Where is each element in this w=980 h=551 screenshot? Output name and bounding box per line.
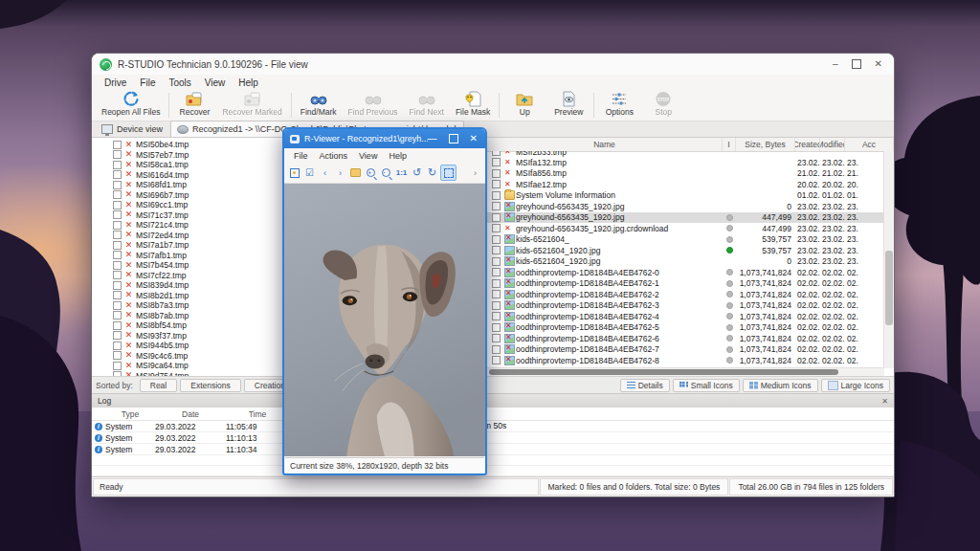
table-row[interactable]: kids-6521604_1920.jpg 0 23.02... 23.02..…	[487, 256, 884, 268]
sort-tab-real[interactable]: Real	[140, 379, 177, 392]
viewer-minimize-icon[interactable]: —	[428, 134, 437, 143]
sort-tab-extensions[interactable]: Extensions	[180, 379, 241, 392]
viewer-menu-file[interactable]: File	[288, 151, 314, 161]
checkbox[interactable]	[113, 231, 122, 239]
viewer-mark-button[interactable]: ☑	[302, 165, 317, 180]
checkbox[interactable]	[492, 151, 501, 156]
tab-device-view[interactable]: Device view	[96, 121, 170, 137]
viewer-fit-to-window-button[interactable]	[440, 165, 457, 181]
column-modified[interactable]: Modified	[820, 138, 845, 151]
checkbox[interactable]	[113, 251, 122, 259]
table-row[interactable]: greyhound-6563435_1920.jpg 0 23.02... 23…	[487, 201, 884, 212]
table-row[interactable]: MSIfa132.tmp 23.02... 23.02... 23.	[487, 157, 884, 168]
log-row[interactable]: i System 29.03.2022 11:10:34 File enumer…	[92, 444, 894, 455]
checkbox[interactable]	[492, 323, 501, 332]
checkbox[interactable]	[492, 345, 501, 354]
viewer-next-file-button[interactable]: ›	[333, 165, 347, 180]
checkbox[interactable]	[113, 321, 122, 330]
viewer-menu-help[interactable]: Help	[383, 151, 412, 161]
scrollbar-thumb[interactable]	[489, 369, 838, 375]
small-icons-view-button[interactable]: Small Icons	[673, 379, 740, 392]
checkbox[interactable]	[113, 210, 122, 219]
stop-button[interactable]: STOP Stop	[641, 90, 685, 121]
checkbox[interactable]	[113, 271, 122, 279]
checkbox[interactable]	[113, 170, 122, 179]
column-created[interactable]: Created	[795, 138, 820, 151]
details-view-button[interactable]: Details	[620, 379, 670, 392]
column-size[interactable]: Size, Bytes	[736, 138, 795, 151]
viewer-maximize-icon[interactable]	[449, 134, 458, 143]
checkbox[interactable]	[492, 312, 501, 320]
checkbox[interactable]	[113, 190, 122, 199]
checkbox[interactable]	[113, 301, 122, 310]
table-row[interactable]: oodthinprovtemp-1D8184BA4EB4762-1 1,073,…	[487, 278, 884, 290]
viewer-actual-size-button[interactable]: 1:1	[394, 165, 409, 180]
find-next-button[interactable]: Find Next	[404, 90, 450, 121]
title-bar[interactable]: R-STUDIO Technician 9.0.190296 - File vi…	[92, 54, 894, 75]
checkbox[interactable]	[492, 356, 501, 364]
viewer-rotate-left-button[interactable]: ↺	[410, 165, 424, 180]
checkbox[interactable]	[113, 261, 122, 270]
checkbox[interactable]	[113, 221, 122, 230]
table-row[interactable]: oodthinprovtemp-1D8184BA4EB4762-3 1,073,…	[487, 300, 884, 312]
checkbox[interactable]	[113, 150, 122, 159]
menu-drive[interactable]: Drive	[98, 77, 133, 89]
log-column-date[interactable]: Date	[155, 409, 226, 419]
checkbox[interactable]	[113, 291, 122, 299]
log-column-type[interactable]: Type	[105, 409, 155, 419]
reopen-all-files-button[interactable]: Reopen All Files	[96, 90, 166, 121]
checkbox[interactable]	[113, 362, 122, 370]
menu-file[interactable]: File	[133, 77, 162, 89]
checkbox[interactable]	[113, 201, 122, 209]
checkbox[interactable]	[492, 158, 501, 166]
horizontal-scrollbar[interactable]	[487, 367, 884, 376]
file-mask-button[interactable]: File Mask	[450, 90, 496, 121]
checkbox[interactable]	[492, 180, 501, 188]
menu-help[interactable]: Help	[232, 77, 265, 89]
viewer-file-mask-button[interactable]	[348, 165, 363, 180]
checkbox[interactable]	[492, 290, 501, 298]
maximize-icon[interactable]	[852, 59, 861, 69]
checkbox[interactable]	[113, 161, 122, 169]
viewer-title-bar[interactable]: R-Viewer - Recognized1\greyh... — ✕	[284, 129, 485, 148]
table-row[interactable]: oodthinprovtemp-1D8184BA4EB4762-5 1,073,…	[487, 322, 884, 334]
checkbox[interactable]	[492, 224, 501, 232]
checkbox[interactable]	[113, 241, 122, 250]
checkbox[interactable]	[492, 268, 501, 276]
table-row[interactable]: oodthinprovtemp-1D8184BA4EB4762-2 1,073,…	[487, 289, 884, 300]
checkbox[interactable]	[113, 141, 122, 149]
table-row[interactable]: MSIfae12.tmp 20.02... 20.02... 20.	[487, 179, 884, 190]
vertical-scrollbar[interactable]	[883, 151, 894, 368]
minimize-icon[interactable]: –	[833, 59, 838, 69]
checkbox[interactable]	[113, 371, 122, 376]
checkbox[interactable]	[113, 331, 122, 340]
table-row[interactable]: greyhound-6563435_1920.jpg 447,499 23.02…	[487, 212, 884, 224]
viewer-close-icon[interactable]: ✕	[470, 134, 478, 143]
table-row[interactable]: oodthinprovtemp-1D8184BA4EB4762-4 1,073,…	[487, 311, 884, 322]
up-button[interactable]: Up	[502, 90, 546, 121]
recover-marked-button[interactable]: Recover Marked	[216, 90, 287, 121]
viewer-previous-file-button[interactable]: ‹	[318, 165, 332, 180]
table-row[interactable]: kids-6521604_ 539,757 23.02... 23.02... …	[487, 234, 884, 246]
table-row[interactable]: greyhound-6563435_1920.jpg.crdownload 44…	[487, 223, 884, 234]
column-name[interactable]: Name	[487, 138, 723, 151]
list-header[interactable]: Name I Size, Bytes Created Modified Acc	[487, 138, 894, 152]
table-row[interactable]: oodthinprovtemp-1D8184BA4EB4762-7 1,073,…	[487, 344, 884, 356]
log-column-time[interactable]: Time	[226, 409, 289, 419]
close-icon[interactable]: ✕	[875, 59, 882, 69]
preview-button[interactable]: Preview	[546, 90, 590, 121]
column-accessed[interactable]: Acc	[845, 138, 894, 151]
medium-icons-view-button[interactable]: Medium Icons	[743, 379, 818, 392]
checkbox[interactable]	[113, 351, 122, 360]
viewer-image-area[interactable]	[284, 184, 485, 456]
viewer-menu-actions[interactable]: Actions	[314, 151, 354, 161]
find-previous-button[interactable]: Find Previous	[343, 90, 404, 121]
table-row[interactable]: oodthinprovtemp-1D8184BA4EB4762-0 1,073,…	[487, 267, 884, 278]
checkbox[interactable]	[113, 281, 122, 290]
viewer-recover-button[interactable]	[287, 165, 301, 180]
find-mark-button[interactable]: Find/Mark	[295, 90, 343, 121]
checkbox[interactable]	[492, 246, 501, 254]
viewer-zoom-in-button[interactable]: +	[364, 165, 378, 180]
checkbox[interactable]	[492, 191, 501, 200]
checkbox[interactable]	[492, 235, 501, 244]
